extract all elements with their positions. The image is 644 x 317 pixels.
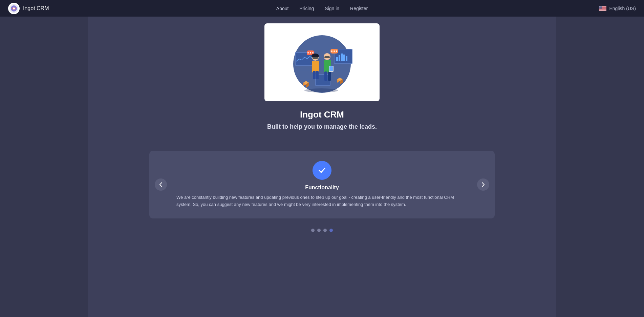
carousel-prev-button[interactable] [155,178,167,191]
svg-rect-71 [313,71,316,79]
center-content: Ingot CRM Built to help you to manage th… [88,17,556,317]
svg-point-34 [600,8,600,8]
svg-point-66 [331,50,332,52]
svg-rect-70 [312,61,319,72]
svg-point-37 [601,8,602,8]
sidebar-left [0,17,88,317]
brand-name-text: Ingot CRM [23,5,49,12]
svg-rect-81 [329,66,333,71]
svg-point-13 [600,6,601,6]
main-content: Ingot CRM Built to help you to manage th… [0,17,644,317]
svg-point-31 [600,7,601,8]
svg-point-26 [600,7,601,7]
sidebar-right [556,17,644,317]
carousel-text: We are constantly building new features … [176,194,468,208]
carousel-title: Functionality [305,185,339,191]
nav-about[interactable]: About [276,6,289,11]
svg-point-14 [601,6,601,6]
brand: Ingot CRM [8,3,49,14]
svg-rect-8 [599,9,606,10]
carousel-dot-2[interactable] [317,229,321,232]
svg-point-11 [599,6,600,6]
svg-point-82 [304,88,338,92]
svg-point-22 [600,7,601,7]
language-label: English (US) [609,6,636,11]
language-selector[interactable]: English (US) [599,6,636,11]
carousel-next-button[interactable] [477,178,489,191]
svg-rect-9 [599,10,606,10]
svg-rect-52 [346,56,347,61]
svg-point-63 [310,52,311,54]
check-icon [318,166,326,175]
svg-rect-48 [336,57,338,61]
svg-rect-72 [316,71,319,79]
nav-signin[interactable]: Sign in [325,6,339,11]
svg-rect-49 [339,55,340,61]
svg-rect-76 [324,71,327,81]
svg-rect-78 [313,57,318,59]
svg-point-23 [601,7,601,7]
svg-point-67 [334,50,335,52]
svg-point-12 [600,6,600,6]
svg-point-20 [599,7,600,7]
hero-illustration [271,30,373,94]
svg-rect-79 [324,56,330,58]
svg-point-17 [600,6,601,7]
svg-rect-51 [343,55,345,61]
svg-point-21 [600,7,600,7]
nav-pricing[interactable]: Pricing [299,6,314,11]
svg-point-2 [13,7,15,9]
svg-point-33 [602,7,602,8]
brand-logo [8,3,20,14]
svg-point-29 [599,7,600,8]
carousel-dots [311,229,333,232]
svg-rect-7 [599,8,606,9]
svg-point-62 [307,52,309,54]
navbar: Ingot CRM About Pricing Sign in Register [0,0,644,17]
hero-title: Ingot CRM [300,109,344,120]
svg-point-68 [336,50,337,52]
svg-rect-50 [341,54,343,61]
svg-point-24 [602,7,602,7]
svg-rect-77 [328,71,331,81]
svg-point-64 [312,52,314,54]
hero-card [264,23,380,101]
carousel-icon-wrapper [313,161,331,180]
svg-point-27 [601,7,601,7]
svg-point-35 [600,8,601,8]
carousel-dot-4[interactable] [329,229,333,232]
svg-point-28 [601,7,602,7]
nav-links: About Pricing Sign in Register [276,6,368,11]
svg-point-25 [600,7,600,7]
svg-point-30 [600,7,600,8]
svg-point-15 [602,6,602,6]
svg-point-19 [601,6,602,7]
svg-point-16 [600,6,600,7]
svg-point-32 [601,7,601,8]
feature-carousel: Functionality We are constantly building… [149,151,495,218]
hero-subtitle: Built to help you to manage the leads. [267,123,377,130]
nav-register[interactable]: Register [350,6,368,11]
carousel-dot-3[interactable] [323,229,327,232]
svg-point-36 [601,8,601,8]
carousel-dot-1[interactable] [311,229,315,232]
flag-icon [599,6,606,11]
svg-point-18 [601,6,601,7]
